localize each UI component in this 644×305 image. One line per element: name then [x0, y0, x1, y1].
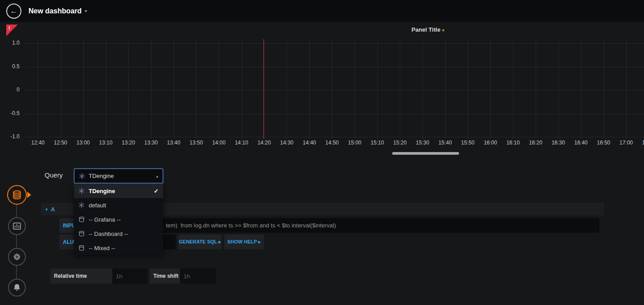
dropdown-option-label: -- Dashboard --	[89, 231, 128, 237]
gridline-horizontal	[25, 67, 644, 67]
x-axis-tick: 15:50	[456, 140, 480, 146]
gridline-vertical	[174, 39, 174, 139]
x-axis-tick: 16:30	[547, 140, 570, 146]
query-row-letter: A	[51, 206, 55, 213]
error-exclamation-icon: !	[8, 25, 10, 31]
dropdown-option-label: -- Grafana --	[89, 216, 121, 223]
chart-icon	[12, 222, 21, 231]
gridline-vertical	[355, 39, 355, 139]
dashboard-title-menu[interactable]: New dashboard ▾	[29, 7, 87, 15]
x-axis-tick: 15:40	[434, 140, 457, 146]
dropdown-option-mixed[interactable]: -- Mixed --	[74, 241, 163, 255]
gridline-vertical	[536, 39, 536, 139]
x-axis-tick: 16:40	[569, 140, 592, 146]
tdengine-star-icon	[78, 202, 85, 208]
x-axis-tick: 15:20	[388, 140, 411, 146]
x-axis-tick: 15:10	[366, 140, 389, 146]
sidebar-tab-general[interactable]	[8, 248, 26, 266]
x-axis-tick: 16:10	[501, 140, 525, 146]
panel-error-corner	[6, 25, 18, 36]
gridline-vertical	[581, 39, 581, 139]
x-axis-tick: 14:30	[275, 140, 298, 146]
chevron-up-icon: ▴	[156, 174, 158, 178]
sidebar-tab-alert[interactable]	[8, 279, 26, 297]
show-help-button[interactable]: SHOW HELP ▸	[224, 235, 264, 249]
sidebar-tab-datasource[interactable]	[7, 185, 27, 205]
dropdown-option-grafana[interactable]: -- Grafana --	[74, 212, 163, 227]
gridline-vertical	[422, 39, 423, 139]
x-axis-tick: 12:50	[49, 140, 72, 146]
bell-icon	[12, 283, 21, 292]
panel-title: Panel Title	[411, 26, 440, 33]
dropdown-option-tdengine[interactable]: TDengine ✓	[74, 184, 163, 198]
x-axis-tick: 17:10	[637, 140, 644, 146]
gridline-vertical	[106, 39, 106, 139]
datasource-select[interactable]: TDengine ▴	[74, 169, 163, 183]
relative-time-label: Relative time	[50, 268, 112, 284]
dropdown-option-dashboard[interactable]: -- Dashboard --	[74, 227, 163, 241]
datasource-selected-value: TDengine	[89, 173, 152, 179]
x-axis-tick: 13:30	[139, 140, 163, 146]
dropdown-option-label: default	[89, 202, 106, 209]
navbar: ← New dashboard ▾	[0, 0, 644, 22]
database-icon	[12, 190, 22, 200]
query-section-label: Query	[45, 171, 63, 179]
horizontal-scrollbar-thumb[interactable]	[392, 152, 459, 155]
x-axis-tick: 16:20	[524, 140, 547, 146]
time-shift-input[interactable]	[180, 268, 216, 284]
x-axis-tick: 14:40	[298, 140, 321, 146]
gridline-vertical	[490, 39, 491, 139]
sidebar-tab-visualization[interactable]	[8, 217, 26, 235]
gridline-horizontal	[25, 43, 644, 44]
panel-caret-icon: ▾	[442, 28, 444, 33]
gridline-vertical	[377, 39, 378, 139]
database-icon	[78, 245, 85, 251]
gridline-vertical	[264, 39, 265, 139]
gridline-vertical	[219, 39, 219, 139]
gridline-horizontal	[25, 137, 644, 137]
gear-icon	[12, 252, 21, 261]
dashboard-title: New dashboard	[29, 7, 82, 15]
x-axis-tick: 15:30	[411, 140, 434, 146]
check-icon: ✓	[154, 188, 159, 194]
gridline-vertical	[400, 39, 400, 139]
x-axis-tick: 15:00	[343, 140, 366, 146]
timeseries-chart: 12:4012:5013:0013:1013:2013:3013:4013:50…	[0, 0, 644, 305]
time-shift-label: Time shift	[150, 268, 180, 284]
back-button[interactable]: ←	[6, 4, 21, 19]
x-axis-tick: 13:10	[94, 140, 117, 146]
x-axis-tick: 14:50	[320, 140, 344, 146]
gridline-horizontal	[25, 90, 644, 91]
dropdown-option-default[interactable]: default	[74, 198, 163, 212]
y-axis-tick: 0.5	[3, 63, 20, 70]
gridline-vertical	[38, 39, 38, 139]
relative-time-input[interactable]	[112, 268, 147, 284]
gridline-vertical	[151, 39, 152, 139]
gridline-horizontal	[25, 114, 644, 114]
x-axis-tick: 16:50	[592, 140, 615, 146]
annotation-line	[263, 39, 264, 139]
gridline-vertical	[196, 39, 197, 139]
gridline-vertical	[309, 39, 310, 139]
dropdown-option-label: TDengine	[89, 188, 115, 194]
generate-sql-button[interactable]: GENERATE SQL ▸	[178, 235, 222, 249]
gridline-vertical	[468, 39, 468, 139]
y-axis-tick: -0.5	[3, 110, 20, 116]
gridline-vertical	[603, 39, 604, 139]
x-axis-tick: 14:20	[253, 140, 276, 146]
gridline-vertical	[83, 39, 84, 139]
gridline-vertical	[445, 39, 446, 139]
database-icon	[78, 216, 85, 223]
panel-title-menu[interactable]: Panel Title▾	[383, 26, 472, 33]
gridline-vertical	[558, 39, 559, 139]
datasource-dropdown-menu: TDengine ✓ default -- Grafana -- -- Dash…	[74, 184, 163, 255]
x-axis-tick: 14:10	[230, 140, 253, 146]
tdengine-star-icon	[79, 173, 85, 179]
x-axis-tick: 13:20	[117, 140, 140, 146]
x-axis-tick: 13:40	[162, 140, 185, 146]
gridline-vertical	[242, 39, 242, 139]
y-axis-tick: 0	[3, 87, 20, 93]
gridline-vertical	[128, 39, 129, 139]
gridline-vertical	[626, 39, 627, 139]
y-axis-tick: 1.0	[3, 40, 20, 46]
